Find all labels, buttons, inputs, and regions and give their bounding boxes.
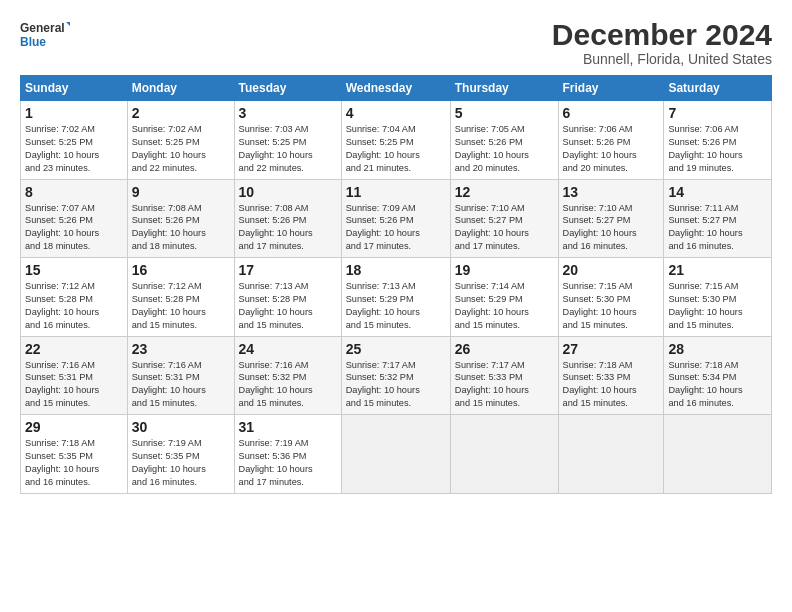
day-number: 6 bbox=[563, 105, 660, 121]
day-number: 7 bbox=[668, 105, 767, 121]
table-row: 29Sunrise: 7:18 AMSunset: 5:35 PMDayligh… bbox=[21, 415, 128, 494]
table-row: 8Sunrise: 7:07 AMSunset: 5:26 PMDaylight… bbox=[21, 179, 128, 258]
day-number: 22 bbox=[25, 341, 123, 357]
table-row: 31Sunrise: 7:19 AMSunset: 5:36 PMDayligh… bbox=[234, 415, 341, 494]
calendar-week-3: 15Sunrise: 7:12 AMSunset: 5:28 PMDayligh… bbox=[21, 258, 772, 337]
header-wednesday: Wednesday bbox=[341, 76, 450, 101]
table-row: 25Sunrise: 7:17 AMSunset: 5:32 PMDayligh… bbox=[341, 336, 450, 415]
day-number: 20 bbox=[563, 262, 660, 278]
table-row: 13Sunrise: 7:10 AMSunset: 5:27 PMDayligh… bbox=[558, 179, 664, 258]
day-detail: Sunrise: 7:07 AMSunset: 5:26 PMDaylight:… bbox=[25, 203, 99, 252]
day-detail: Sunrise: 7:03 AMSunset: 5:25 PMDaylight:… bbox=[239, 124, 313, 173]
table-row: 22Sunrise: 7:16 AMSunset: 5:31 PMDayligh… bbox=[21, 336, 128, 415]
day-detail: Sunrise: 7:19 AMSunset: 5:36 PMDaylight:… bbox=[239, 438, 313, 487]
table-row: 26Sunrise: 7:17 AMSunset: 5:33 PMDayligh… bbox=[450, 336, 558, 415]
day-number: 5 bbox=[455, 105, 554, 121]
header-saturday: Saturday bbox=[664, 76, 772, 101]
day-detail: Sunrise: 7:13 AMSunset: 5:28 PMDaylight:… bbox=[239, 281, 313, 330]
table-row bbox=[664, 415, 772, 494]
calendar-table: Sunday Monday Tuesday Wednesday Thursday… bbox=[20, 75, 772, 494]
day-detail: Sunrise: 7:10 AMSunset: 5:27 PMDaylight:… bbox=[455, 203, 529, 252]
calendar-week-2: 8Sunrise: 7:07 AMSunset: 5:26 PMDaylight… bbox=[21, 179, 772, 258]
day-detail: Sunrise: 7:17 AMSunset: 5:33 PMDaylight:… bbox=[455, 360, 529, 409]
logo-svg: General Blue bbox=[20, 18, 70, 54]
day-number: 18 bbox=[346, 262, 446, 278]
calendar-week-4: 22Sunrise: 7:16 AMSunset: 5:31 PMDayligh… bbox=[21, 336, 772, 415]
table-row: 2Sunrise: 7:02 AMSunset: 5:25 PMDaylight… bbox=[127, 101, 234, 180]
header-thursday: Thursday bbox=[450, 76, 558, 101]
day-number: 31 bbox=[239, 419, 337, 435]
day-detail: Sunrise: 7:18 AMSunset: 5:33 PMDaylight:… bbox=[563, 360, 637, 409]
day-number: 27 bbox=[563, 341, 660, 357]
day-number: 24 bbox=[239, 341, 337, 357]
table-row: 3Sunrise: 7:03 AMSunset: 5:25 PMDaylight… bbox=[234, 101, 341, 180]
day-number: 3 bbox=[239, 105, 337, 121]
table-row: 7Sunrise: 7:06 AMSunset: 5:26 PMDaylight… bbox=[664, 101, 772, 180]
day-detail: Sunrise: 7:18 AMSunset: 5:34 PMDaylight:… bbox=[668, 360, 742, 409]
header-tuesday: Tuesday bbox=[234, 76, 341, 101]
table-row: 23Sunrise: 7:16 AMSunset: 5:31 PMDayligh… bbox=[127, 336, 234, 415]
table-row bbox=[450, 415, 558, 494]
header: General Blue December 2024 Bunnell, Flor… bbox=[20, 18, 772, 67]
table-row: 15Sunrise: 7:12 AMSunset: 5:28 PMDayligh… bbox=[21, 258, 128, 337]
calendar-week-1: 1Sunrise: 7:02 AMSunset: 5:25 PMDaylight… bbox=[21, 101, 772, 180]
day-number: 23 bbox=[132, 341, 230, 357]
table-row: 19Sunrise: 7:14 AMSunset: 5:29 PMDayligh… bbox=[450, 258, 558, 337]
day-detail: Sunrise: 7:13 AMSunset: 5:29 PMDaylight:… bbox=[346, 281, 420, 330]
day-number: 4 bbox=[346, 105, 446, 121]
svg-text:General: General bbox=[20, 21, 65, 35]
day-number: 30 bbox=[132, 419, 230, 435]
day-detail: Sunrise: 7:06 AMSunset: 5:26 PMDaylight:… bbox=[563, 124, 637, 173]
table-row: 14Sunrise: 7:11 AMSunset: 5:27 PMDayligh… bbox=[664, 179, 772, 258]
day-detail: Sunrise: 7:04 AMSunset: 5:25 PMDaylight:… bbox=[346, 124, 420, 173]
day-detail: Sunrise: 7:02 AMSunset: 5:25 PMDaylight:… bbox=[132, 124, 206, 173]
table-row: 30Sunrise: 7:19 AMSunset: 5:35 PMDayligh… bbox=[127, 415, 234, 494]
day-detail: Sunrise: 7:12 AMSunset: 5:28 PMDaylight:… bbox=[25, 281, 99, 330]
day-detail: Sunrise: 7:19 AMSunset: 5:35 PMDaylight:… bbox=[132, 438, 206, 487]
calendar-week-5: 29Sunrise: 7:18 AMSunset: 5:35 PMDayligh… bbox=[21, 415, 772, 494]
day-detail: Sunrise: 7:16 AMSunset: 5:32 PMDaylight:… bbox=[239, 360, 313, 409]
logo: General Blue bbox=[20, 18, 70, 54]
header-sunday: Sunday bbox=[21, 76, 128, 101]
table-row: 1Sunrise: 7:02 AMSunset: 5:25 PMDaylight… bbox=[21, 101, 128, 180]
table-row: 12Sunrise: 7:10 AMSunset: 5:27 PMDayligh… bbox=[450, 179, 558, 258]
day-detail: Sunrise: 7:02 AMSunset: 5:25 PMDaylight:… bbox=[25, 124, 99, 173]
day-detail: Sunrise: 7:08 AMSunset: 5:26 PMDaylight:… bbox=[239, 203, 313, 252]
table-row: 18Sunrise: 7:13 AMSunset: 5:29 PMDayligh… bbox=[341, 258, 450, 337]
day-number: 16 bbox=[132, 262, 230, 278]
day-number: 26 bbox=[455, 341, 554, 357]
day-number: 19 bbox=[455, 262, 554, 278]
header-row: Sunday Monday Tuesday Wednesday Thursday… bbox=[21, 76, 772, 101]
day-number: 21 bbox=[668, 262, 767, 278]
header-friday: Friday bbox=[558, 76, 664, 101]
day-detail: Sunrise: 7:06 AMSunset: 5:26 PMDaylight:… bbox=[668, 124, 742, 173]
day-number: 13 bbox=[563, 184, 660, 200]
day-detail: Sunrise: 7:14 AMSunset: 5:29 PMDaylight:… bbox=[455, 281, 529, 330]
table-row: 28Sunrise: 7:18 AMSunset: 5:34 PMDayligh… bbox=[664, 336, 772, 415]
table-row: 6Sunrise: 7:06 AMSunset: 5:26 PMDaylight… bbox=[558, 101, 664, 180]
table-row: 16Sunrise: 7:12 AMSunset: 5:28 PMDayligh… bbox=[127, 258, 234, 337]
page-subtitle: Bunnell, Florida, United States bbox=[552, 51, 772, 67]
table-row: 9Sunrise: 7:08 AMSunset: 5:26 PMDaylight… bbox=[127, 179, 234, 258]
table-row: 11Sunrise: 7:09 AMSunset: 5:26 PMDayligh… bbox=[341, 179, 450, 258]
day-detail: Sunrise: 7:15 AMSunset: 5:30 PMDaylight:… bbox=[563, 281, 637, 330]
day-detail: Sunrise: 7:09 AMSunset: 5:26 PMDaylight:… bbox=[346, 203, 420, 252]
svg-marker-2 bbox=[66, 22, 70, 28]
table-row: 21Sunrise: 7:15 AMSunset: 5:30 PMDayligh… bbox=[664, 258, 772, 337]
day-number: 25 bbox=[346, 341, 446, 357]
table-row: 24Sunrise: 7:16 AMSunset: 5:32 PMDayligh… bbox=[234, 336, 341, 415]
table-row bbox=[558, 415, 664, 494]
day-detail: Sunrise: 7:05 AMSunset: 5:26 PMDaylight:… bbox=[455, 124, 529, 173]
day-number: 12 bbox=[455, 184, 554, 200]
page-title: December 2024 bbox=[552, 18, 772, 51]
header-monday: Monday bbox=[127, 76, 234, 101]
day-number: 9 bbox=[132, 184, 230, 200]
day-detail: Sunrise: 7:16 AMSunset: 5:31 PMDaylight:… bbox=[132, 360, 206, 409]
table-row: 4Sunrise: 7:04 AMSunset: 5:25 PMDaylight… bbox=[341, 101, 450, 180]
day-detail: Sunrise: 7:15 AMSunset: 5:30 PMDaylight:… bbox=[668, 281, 742, 330]
table-row: 5Sunrise: 7:05 AMSunset: 5:26 PMDaylight… bbox=[450, 101, 558, 180]
day-number: 15 bbox=[25, 262, 123, 278]
day-detail: Sunrise: 7:11 AMSunset: 5:27 PMDaylight:… bbox=[668, 203, 742, 252]
day-number: 10 bbox=[239, 184, 337, 200]
day-number: 2 bbox=[132, 105, 230, 121]
